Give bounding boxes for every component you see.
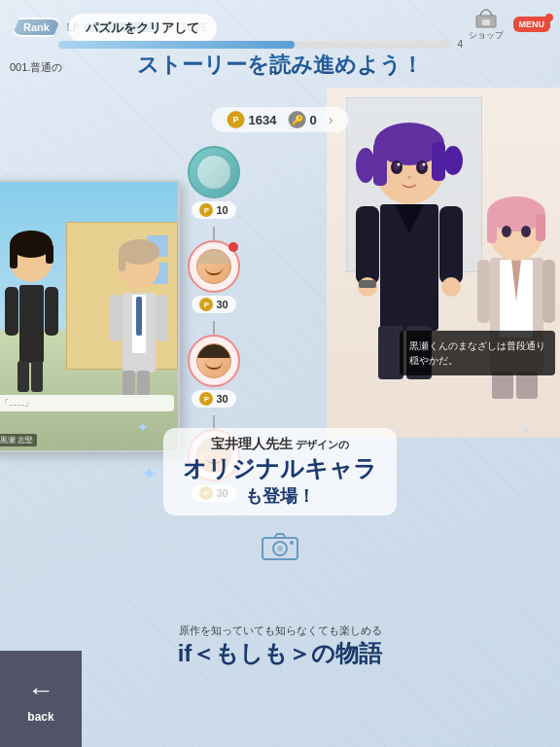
svg-rect-38 — [356, 206, 379, 284]
menu-notification-dot — [545, 14, 553, 21]
connector-1 — [213, 227, 215, 240]
right-char-area — [327, 88, 560, 438]
back-button[interactable]: ← back — [0, 651, 82, 747]
svg-rect-53 — [516, 372, 538, 399]
shop-icon — [472, 6, 500, 29]
face-3 — [196, 343, 231, 378]
menu-button[interactable]: MENU — [513, 17, 551, 32]
story-node-1[interactable]: P 10 — [156, 146, 272, 219]
back-label: back — [27, 710, 53, 724]
coin-icon: P — [228, 111, 245, 128]
svg-point-41 — [441, 277, 461, 297]
menu-icon-box: MENU — [513, 17, 551, 32]
svg-rect-52 — [492, 372, 513, 399]
promo-main-line: オリジナルキャラ — [183, 453, 377, 484]
svg-rect-5 — [10, 244, 18, 268]
camera-icon — [261, 530, 299, 561]
char-speech-bubble: 「……」 — [0, 395, 174, 411]
promo-sub-line: も登場！ — [183, 484, 377, 508]
bottom-line1: 原作を知っていても知らなくても楽しめる — [0, 623, 560, 638]
coin-area[interactable]: P 1634 🔑 0 › — [212, 107, 349, 132]
top-right-icons: ショップ MENU — [469, 6, 551, 42]
puzzle-banner-text: パズルをクリアして — [86, 20, 199, 35]
svg-rect-8 — [45, 287, 58, 336]
svg-rect-9 — [18, 361, 29, 392]
main-title-text: ストーリーを読み進めよう！ — [0, 51, 560, 80]
svg-point-50 — [502, 226, 511, 237]
speech-bubble-right: 黒瀬くんのまなざしは普段通り穏やかだ。 — [400, 331, 555, 375]
speech-bubble-text: 黒瀬くんのまなざしは普段通り穏やかだ。 — [409, 340, 545, 366]
node-label-1: P 10 — [192, 201, 235, 219]
coin-value: 1634 — [249, 113, 277, 127]
face-2 — [196, 249, 231, 284]
promo-main1: オリジナルキャラ — [183, 455, 377, 481]
svg-rect-13 — [136, 297, 142, 336]
bottom-text-area: 原作を知っていても知らなくても楽しめる if＜もしも＞の物語 — [0, 623, 560, 669]
camera-icon-area — [261, 530, 299, 565]
rank-badge: Rank — [12, 18, 61, 37]
coin-item: P 1634 — [228, 111, 277, 128]
svg-point-59 — [290, 541, 294, 545]
svg-rect-10 — [31, 361, 43, 392]
node-avatar-2 — [188, 240, 240, 293]
svg-rect-48 — [487, 214, 497, 243]
key-item: 🔑 0 — [289, 111, 317, 128]
story-node-2[interactable]: P 30 — [156, 240, 272, 313]
connector-2 — [213, 321, 215, 335]
p-icon-3: P — [199, 392, 213, 406]
char-speech-text: 「……」 — [1, 399, 32, 408]
promo-author: 宝井理人先生 — [211, 436, 293, 451]
promo-author-line: 宝井理人先生 デザインの — [183, 436, 377, 453]
svg-point-30 — [443, 146, 463, 175]
svg-point-29 — [356, 148, 375, 183]
story-bar-bg — [58, 41, 451, 49]
svg-point-37 — [407, 176, 411, 179]
svg-rect-6 — [46, 244, 53, 264]
shop-button[interactable]: ショップ — [469, 6, 504, 42]
svg-point-36 — [423, 163, 426, 166]
char-dark-svg — [0, 217, 63, 392]
svg-rect-1 — [482, 19, 490, 25]
promo-area: 宝井理人先生 デザインの オリジナルキャラ も登場！ — [0, 428, 560, 516]
svg-point-35 — [398, 163, 401, 166]
rank-label: Rank — [23, 21, 50, 33]
p-icon-1: P — [199, 203, 213, 217]
svg-rect-54 — [477, 260, 490, 323]
char-left-inner: 黒瀬 志堅 「……」 — [0, 182, 178, 450]
node-dot-2 — [228, 242, 238, 252]
node-label-2: P 30 — [192, 296, 235, 313]
main-title-area: ストーリーを読み進めよう！ — [0, 51, 560, 80]
svg-rect-19 — [122, 371, 135, 397]
svg-rect-16 — [119, 252, 125, 271]
coin-arrow[interactable]: › — [329, 112, 333, 127]
node-avatar-3 — [188, 335, 240, 387]
svg-rect-17 — [110, 295, 122, 341]
node-value-1: 10 — [216, 204, 228, 216]
svg-rect-39 — [439, 206, 463, 284]
svg-rect-27 — [373, 142, 387, 186]
story-bar-area: 4 — [58, 39, 463, 50]
node-label-3: P 30 — [192, 390, 235, 408]
back-arrow-icon: ← — [27, 675, 54, 706]
promo-sub: デザインの — [296, 439, 349, 450]
shop-label: ショップ — [469, 29, 504, 42]
story-num: 4 — [457, 39, 463, 50]
svg-rect-49 — [536, 214, 545, 241]
promo-main2: も登場！ — [245, 486, 315, 506]
node-value-2: 30 — [216, 299, 228, 310]
svg-rect-20 — [137, 371, 150, 397]
teal-face — [196, 155, 231, 190]
node-value-3: 30 — [216, 393, 228, 405]
bottom-line2: if＜もしも＞の物語 — [0, 638, 560, 669]
svg-rect-55 — [542, 260, 555, 323]
svg-rect-2 — [19, 285, 44, 363]
svg-point-51 — [521, 226, 531, 237]
key-value: 0 — [310, 113, 317, 127]
story-node-3[interactable]: P 30 — [156, 335, 272, 408]
connector-3 — [213, 415, 215, 429]
char-left-panel: 黒瀬 志堅 「……」 — [0, 180, 180, 452]
p-icon-2: P — [199, 298, 213, 311]
story-bar-fill — [58, 41, 295, 49]
node-avatar-1 — [188, 146, 240, 198]
svg-rect-28 — [432, 142, 445, 181]
